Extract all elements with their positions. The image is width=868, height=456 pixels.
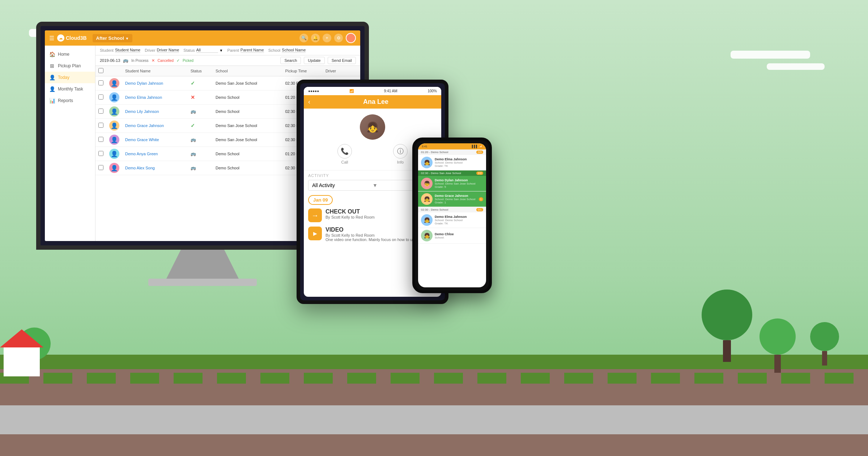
status-bus-icon: 🚌	[191, 151, 196, 156]
driver-filter: Driver Driver Name	[145, 48, 179, 53]
col-driver: Driver	[323, 66, 360, 76]
tablet-battery: 100%	[427, 89, 437, 93]
row-name-cell: Demo Lily Jahnson	[122, 105, 188, 119]
sidebar-item-reports[interactable]: 📊 Reports	[45, 95, 95, 106]
phone-avatar-2: 👦	[421, 178, 433, 189]
row-status-cell: ✓	[188, 76, 213, 90]
phone-list-item-1[interactable]: 👧 Demo Elma Jahnson School: Demo School …	[418, 155, 486, 170]
app-logo: ☁ Cloud3B	[57, 34, 87, 42]
plus-icon-btn[interactable]: +	[323, 34, 331, 42]
bell-icon-btn[interactable]: 🔔	[311, 34, 320, 42]
col-pickup-time: Pickup Time	[282, 66, 323, 76]
tablet-signal: ●●●●●	[308, 89, 319, 93]
bus-status-icon: 🚌	[123, 58, 128, 63]
tree-right-3	[810, 322, 839, 366]
search-button[interactable]: Search	[280, 57, 301, 64]
filter-bar: Student Student Name Driver Driver Name …	[95, 46, 360, 55]
phone-item-text-3: Demo Grace Jahnson School: Demo San Jose…	[435, 194, 477, 204]
tree-right	[760, 318, 796, 373]
update-button[interactable]: Update	[304, 57, 324, 64]
row-checkbox[interactable]	[98, 137, 103, 142]
sidebar-item-today[interactable]: 👤 Today	[45, 72, 95, 83]
user-avatar[interactable]	[346, 33, 356, 43]
phone-list-item-5[interactable]: 👧 Demo Chloe School:	[418, 228, 486, 244]
student-name-link[interactable]: Demo Alex Song	[125, 166, 155, 170]
status-dropdown-icon[interactable]: ▼	[220, 48, 223, 52]
phone-list-item-3[interactable]: 👧 Demo Grace Jahnson School: Demo San Jo…	[418, 191, 486, 207]
monitor-stand	[166, 250, 239, 279]
phone-list-item-4[interactable]: 👧 Demo Elma Jahnson School: Demo School …	[418, 212, 486, 228]
monthly-task-icon: 👤	[49, 86, 55, 92]
row-checkbox[interactable]	[98, 109, 103, 114]
school-filter: School School Name	[268, 48, 306, 53]
phone-count-1: 0/0	[476, 151, 483, 154]
row-avatar-cell: 👤	[106, 105, 122, 119]
tablet-time: 9:41 AM	[384, 89, 397, 93]
student-filter: Student Student Name	[100, 48, 140, 53]
phone-item-text-1: Demo Elma Jahnson School: Demo School Gr…	[435, 157, 483, 168]
avatar-image: 👧	[360, 114, 385, 140]
call-action[interactable]: 📞 Call	[337, 144, 352, 164]
search-icon-btn[interactable]: 🔍	[299, 34, 308, 42]
row-checkbox[interactable]	[98, 94, 103, 100]
student-name-link[interactable]: Demo Dylan Jahnson	[125, 81, 163, 85]
phone-signal: ▌▌▌ 📶	[472, 145, 482, 148]
row-checkbox[interactable]	[98, 151, 103, 156]
status-filter: Status All ▼	[183, 48, 223, 53]
home-icon: 🏠	[49, 51, 55, 57]
phone-item-text-2: Demo Dylan Jahnson School: Demo San Jose…	[435, 178, 483, 189]
row-checkbox[interactable]	[98, 123, 103, 128]
sidebar-item-pickup-plan[interactable]: ⊞ Pickup Plan	[45, 60, 95, 72]
student-name-link[interactable]: Demo Grace White	[125, 138, 159, 142]
info-action[interactable]: ⓘ Info	[393, 144, 408, 164]
student-avatar: 👤	[109, 149, 119, 159]
picked-icon: ✓	[176, 58, 180, 63]
tablet-status-bar: ●●●●● 📶 9:41 AM 100%	[304, 87, 441, 95]
row-name-cell: Demo Anya Green	[122, 147, 188, 161]
sidebar-item-home[interactable]: 🏠 Home	[45, 48, 95, 60]
green-stripes	[0, 373, 868, 384]
sidebar-item-monthly-task[interactable]: 👤 Monthly Task	[45, 83, 95, 95]
row-avatar-cell: 👤	[106, 133, 122, 147]
program-selector[interactable]: After School ▼	[93, 34, 133, 42]
row-status-cell: 🚌	[188, 105, 213, 119]
tablet-wifi-icon: 📶	[349, 89, 354, 93]
tablet-back-button[interactable]: ‹	[308, 98, 310, 106]
tablet-profile-name: Ana Lee	[315, 98, 437, 106]
row-school-cell: Demo San Jose School	[213, 76, 282, 90]
student-name-link[interactable]: Demo Anya Green	[125, 152, 158, 156]
col-avatar	[106, 66, 122, 76]
deco-bar-2	[767, 63, 825, 70]
status-bus-icon: 🚌	[191, 165, 196, 170]
phone-route-3: 02:30 - Demo School 0/1	[418, 207, 486, 212]
row-avatar-cell: 👤	[106, 90, 122, 105]
table-header-row: Student Name Status School Pickup Time D…	[95, 66, 360, 76]
row-status-cell: ✕	[188, 90, 213, 105]
row-checkbox-cell	[95, 161, 106, 175]
phone-count-3: 1	[479, 197, 483, 201]
row-school-cell: Demo School	[213, 90, 282, 105]
row-avatar-cell: 👤	[106, 76, 122, 90]
ground	[0, 355, 868, 456]
row-name-cell: Demo Dylan Jahnson	[122, 76, 188, 90]
phone-list: 01:20 - Demo School 0/0 👧 Demo Elma Jahn…	[418, 149, 486, 287]
cancelled-icon: ✕	[152, 58, 155, 63]
select-all-checkbox[interactable]	[98, 68, 103, 73]
status-picked-icon: ✓	[191, 123, 195, 128]
phone-inner: 3:41 ▌▌▌ 📶 01:20 - Demo School 0/0 👧 Dem…	[418, 143, 486, 287]
phone-item-text-4: Demo Elma Jahnson School: Demo School Gr…	[435, 215, 483, 225]
phone-list-item-2[interactable]: 👦 Demo Dylan Jahnson School: Demo San Jo…	[418, 176, 486, 191]
phone-avatar-4: 👧	[421, 214, 433, 226]
row-name-cell: Demo Grace Jahnson	[122, 119, 188, 133]
row-school-cell: Demo School	[213, 147, 282, 161]
phone-count-2: 2/2	[476, 172, 483, 175]
menu-icon[interactable]: ☰	[49, 35, 54, 42]
student-name-link[interactable]: Demo Lily Jahnson	[125, 109, 159, 114]
row-checkbox[interactable]	[98, 80, 103, 85]
send-email-button[interactable]: Send Email	[328, 57, 356, 64]
student-name-link[interactable]: Demo Grace Jahnson	[125, 123, 164, 128]
student-name-link[interactable]: Demo Elma Jahnson	[125, 95, 162, 100]
settings-icon-btn[interactable]: ⚙	[334, 34, 343, 42]
row-checkbox[interactable]	[98, 165, 103, 170]
picked-badge: Picked	[183, 59, 193, 63]
